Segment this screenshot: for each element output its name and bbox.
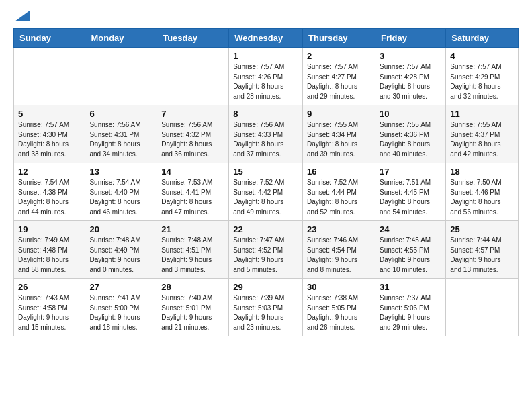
logo-icon: [15, 11, 30, 21]
day-info: Sunrise: 7:39 AM Sunset: 5:03 PM Dayligh…: [233, 293, 298, 332]
logo: [13, 11, 30, 21]
day-info: Sunrise: 7:56 AM Sunset: 4:32 PM Dayligh…: [161, 120, 224, 159]
day-number: 3: [380, 51, 441, 61]
day-number: 16: [307, 167, 371, 177]
day-info: Sunrise: 7:52 AM Sunset: 4:44 PM Dayligh…: [307, 178, 371, 217]
day-info: Sunrise: 7:54 AM Sunset: 4:38 PM Dayligh…: [18, 178, 81, 217]
calendar-cell: 15Sunrise: 7:52 AM Sunset: 4:42 PM Dayli…: [229, 163, 303, 221]
day-info: Sunrise: 7:48 AM Sunset: 4:51 PM Dayligh…: [161, 236, 224, 275]
day-info: Sunrise: 7:40 AM Sunset: 5:01 PM Dayligh…: [161, 293, 224, 332]
day-number: 12: [18, 167, 81, 177]
calendar-week-row: 12Sunrise: 7:54 AM Sunset: 4:38 PM Dayli…: [14, 163, 519, 221]
calendar-header-row: SundayMondayTuesdayWednesdayThursdayFrid…: [14, 29, 519, 48]
calendar-cell: 28Sunrise: 7:40 AM Sunset: 5:01 PM Dayli…: [157, 279, 229, 336]
day-number: 2: [307, 51, 371, 61]
calendar-cell: 4Sunrise: 7:57 AM Sunset: 4:29 PM Daylig…: [446, 48, 519, 105]
day-number: 1: [233, 51, 298, 61]
calendar-cell: 26Sunrise: 7:43 AM Sunset: 4:58 PM Dayli…: [14, 279, 85, 336]
day-number: 23: [307, 224, 371, 234]
day-number: 5: [18, 109, 81, 119]
day-number: 29: [233, 282, 298, 292]
calendar-cell: [446, 279, 519, 336]
calendar-cell: 1Sunrise: 7:57 AM Sunset: 4:26 PM Daylig…: [229, 48, 303, 105]
day-info: Sunrise: 7:49 AM Sunset: 4:48 PM Dayligh…: [18, 236, 81, 275]
calendar-cell: 12Sunrise: 7:54 AM Sunset: 4:38 PM Dayli…: [14, 163, 85, 221]
day-info: Sunrise: 7:51 AM Sunset: 4:45 PM Dayligh…: [380, 178, 441, 217]
day-number: 14: [161, 167, 224, 177]
day-number: 17: [380, 167, 441, 177]
day-info: Sunrise: 7:38 AM Sunset: 5:05 PM Dayligh…: [307, 293, 371, 332]
calendar-cell: 19Sunrise: 7:49 AM Sunset: 4:48 PM Dayli…: [14, 221, 85, 279]
day-info: Sunrise: 7:45 AM Sunset: 4:55 PM Dayligh…: [380, 236, 441, 275]
day-info: Sunrise: 7:54 AM Sunset: 4:40 PM Dayligh…: [89, 178, 152, 217]
calendar-cell: 29Sunrise: 7:39 AM Sunset: 5:03 PM Dayli…: [229, 279, 303, 336]
calendar-cell: 3Sunrise: 7:57 AM Sunset: 4:28 PM Daylig…: [375, 48, 445, 105]
day-number: 13: [89, 167, 152, 177]
day-number: 6: [89, 109, 152, 119]
day-info: Sunrise: 7:52 AM Sunset: 4:42 PM Dayligh…: [233, 178, 298, 217]
day-number: 26: [18, 282, 81, 292]
day-info: Sunrise: 7:56 AM Sunset: 4:31 PM Dayligh…: [89, 120, 152, 159]
calendar-cell: 14Sunrise: 7:53 AM Sunset: 4:41 PM Dayli…: [157, 163, 229, 221]
calendar-table: SundayMondayTuesdayWednesdayThursdayFrid…: [13, 28, 519, 336]
header: [13, 11, 519, 21]
day-number: 27: [89, 282, 152, 292]
weekday-header-sunday: Sunday: [14, 29, 85, 48]
day-number: 10: [380, 109, 441, 119]
calendar-cell: 16Sunrise: 7:52 AM Sunset: 4:44 PM Dayli…: [303, 163, 375, 221]
day-number: 21: [161, 224, 224, 234]
day-number: 9: [307, 109, 371, 119]
calendar-cell: [14, 48, 85, 105]
calendar-cell: 5Sunrise: 7:57 AM Sunset: 4:30 PM Daylig…: [14, 105, 85, 163]
calendar-cell: 7Sunrise: 7:56 AM Sunset: 4:32 PM Daylig…: [157, 105, 229, 163]
day-info: Sunrise: 7:53 AM Sunset: 4:41 PM Dayligh…: [161, 178, 224, 217]
day-number: 31: [380, 282, 441, 292]
day-number: 4: [450, 51, 514, 61]
page: SundayMondayTuesdayWednesdayThursdayFrid…: [0, 0, 532, 350]
day-info: Sunrise: 7:56 AM Sunset: 4:33 PM Dayligh…: [233, 120, 298, 159]
calendar-cell: 6Sunrise: 7:56 AM Sunset: 4:31 PM Daylig…: [85, 105, 157, 163]
calendar-cell: 9Sunrise: 7:55 AM Sunset: 4:34 PM Daylig…: [303, 105, 375, 163]
calendar-cell: 2Sunrise: 7:57 AM Sunset: 4:27 PM Daylig…: [303, 48, 375, 105]
calendar-cell: 21Sunrise: 7:48 AM Sunset: 4:51 PM Dayli…: [157, 221, 229, 279]
day-number: 25: [450, 224, 514, 234]
calendar-cell: 17Sunrise: 7:51 AM Sunset: 4:45 PM Dayli…: [375, 163, 445, 221]
day-number: 22: [233, 224, 298, 234]
day-info: Sunrise: 7:43 AM Sunset: 4:58 PM Dayligh…: [18, 293, 81, 332]
day-info: Sunrise: 7:41 AM Sunset: 5:00 PM Dayligh…: [89, 293, 152, 332]
calendar-cell: 10Sunrise: 7:55 AM Sunset: 4:36 PM Dayli…: [375, 105, 445, 163]
day-number: 18: [450, 167, 514, 177]
day-number: 7: [161, 109, 224, 119]
calendar-cell: 24Sunrise: 7:45 AM Sunset: 4:55 PM Dayli…: [375, 221, 445, 279]
calendar-cell: 23Sunrise: 7:46 AM Sunset: 4:54 PM Dayli…: [303, 221, 375, 279]
calendar-week-row: 1Sunrise: 7:57 AM Sunset: 4:26 PM Daylig…: [14, 48, 519, 105]
calendar-cell: 18Sunrise: 7:50 AM Sunset: 4:46 PM Dayli…: [446, 163, 519, 221]
day-number: 11: [450, 109, 514, 119]
calendar-cell: 25Sunrise: 7:44 AM Sunset: 4:57 PM Dayli…: [446, 221, 519, 279]
day-info: Sunrise: 7:57 AM Sunset: 4:29 PM Dayligh…: [450, 62, 514, 101]
day-info: Sunrise: 7:57 AM Sunset: 4:30 PM Dayligh…: [18, 120, 81, 159]
day-info: Sunrise: 7:47 AM Sunset: 4:52 PM Dayligh…: [233, 236, 298, 275]
day-info: Sunrise: 7:48 AM Sunset: 4:49 PM Dayligh…: [89, 236, 152, 275]
calendar-cell: 13Sunrise: 7:54 AM Sunset: 4:40 PM Dayli…: [85, 163, 157, 221]
weekday-header-friday: Friday: [375, 29, 445, 48]
calendar-week-row: 19Sunrise: 7:49 AM Sunset: 4:48 PM Dayli…: [14, 221, 519, 279]
calendar-cell: 11Sunrise: 7:55 AM Sunset: 4:37 PM Dayli…: [446, 105, 519, 163]
day-info: Sunrise: 7:37 AM Sunset: 5:06 PM Dayligh…: [380, 293, 441, 332]
day-info: Sunrise: 7:46 AM Sunset: 4:54 PM Dayligh…: [307, 236, 371, 275]
calendar-cell: 27Sunrise: 7:41 AM Sunset: 5:00 PM Dayli…: [85, 279, 157, 336]
calendar-week-row: 5Sunrise: 7:57 AM Sunset: 4:30 PM Daylig…: [14, 105, 519, 163]
day-info: Sunrise: 7:44 AM Sunset: 4:57 PM Dayligh…: [450, 236, 514, 275]
weekday-header-monday: Monday: [85, 29, 157, 48]
day-number: 20: [89, 224, 152, 234]
weekday-header-thursday: Thursday: [303, 29, 375, 48]
day-number: 30: [307, 282, 371, 292]
calendar-cell: [157, 48, 229, 105]
day-number: 24: [380, 224, 441, 234]
weekday-header-tuesday: Tuesday: [157, 29, 229, 48]
day-info: Sunrise: 7:57 AM Sunset: 4:28 PM Dayligh…: [380, 62, 441, 101]
day-info: Sunrise: 7:55 AM Sunset: 4:36 PM Dayligh…: [380, 120, 441, 159]
weekday-header-wednesday: Wednesday: [229, 29, 303, 48]
calendar-cell: 30Sunrise: 7:38 AM Sunset: 5:05 PM Dayli…: [303, 279, 375, 336]
day-info: Sunrise: 7:57 AM Sunset: 4:26 PM Dayligh…: [233, 62, 298, 101]
